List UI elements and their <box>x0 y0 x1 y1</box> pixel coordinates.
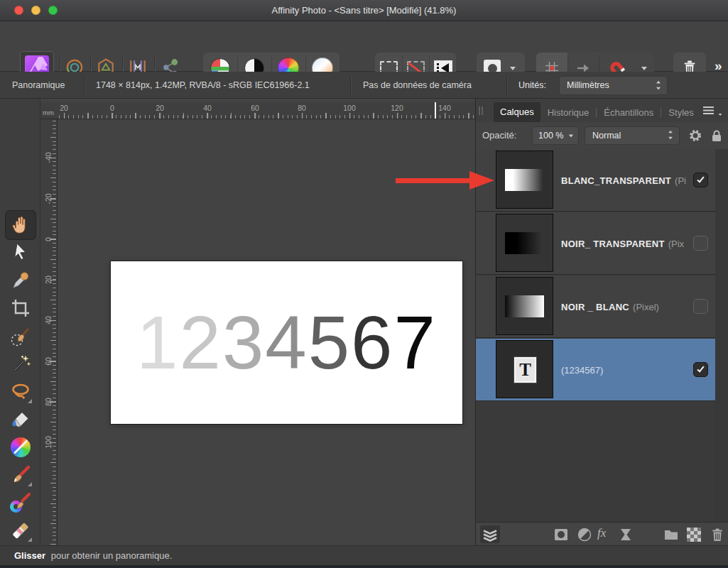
move-tool[interactable] <box>9 241 33 265</box>
cursor-icon <box>9 241 33 265</box>
selection-brush-tool[interactable] <box>9 324 33 349</box>
layer-thumbnail[interactable]: T <box>496 340 553 398</box>
stepper-down-icon <box>656 87 661 90</box>
window-bottom-edge <box>0 565 728 568</box>
layer-label: NOIR_ TRANSPARENT (Pix <box>561 212 684 275</box>
digit: 5 <box>308 300 351 386</box>
layer-name: (1234567) <box>561 365 603 376</box>
selection-brush-icon <box>9 324 33 349</box>
flood-select-tool[interactable] <box>9 352 33 376</box>
ruler-label: 60 <box>251 104 259 112</box>
new-adjustment-layer-button[interactable] <box>577 527 592 542</box>
vertical-ruler[interactable]: -40 -20 0 20 40 60 80 100 <box>40 119 58 545</box>
canvas-page[interactable]: 1 2 3 4 5 6 7 <box>111 261 462 424</box>
layer-settings-button[interactable] <box>688 129 702 143</box>
status-action: Glisser <box>14 550 45 561</box>
chevron-down-icon[interactable] <box>641 67 647 70</box>
colour-replacement-brush-tool[interactable] <box>9 491 33 515</box>
status-bar: Glisser pour obtenir un panoramique. <box>0 545 728 565</box>
layer-list-scroll-gutter[interactable] <box>715 149 728 522</box>
units-dropdown[interactable]: Millimètres <box>559 76 668 95</box>
new-pixel-layer-button[interactable] <box>687 528 701 542</box>
layer-thumbnail[interactable] <box>496 214 553 272</box>
black-white-gradient-preview <box>505 295 544 317</box>
status-hint: pour obtenir un panoramique. <box>51 550 173 561</box>
horizontal-ruler[interactable]: 20 0 20 40 60 80 100 120 140 <box>58 102 475 119</box>
freehand-selection-tool[interactable] <box>9 380 33 404</box>
divider <box>661 108 661 117</box>
eyedropper-icon <box>9 268 33 293</box>
ruler-major-tick <box>50 239 56 240</box>
check-icon <box>697 175 704 183</box>
layer-row-noir-blanc[interactable]: NOIR _ BLANC (Pixel) <box>476 275 715 338</box>
tab-historique[interactable]: Historique <box>548 107 590 118</box>
layer-thumbnail[interactable] <box>496 151 553 209</box>
chevron-down-icon <box>569 135 573 138</box>
layer-row-noir-transparent[interactable]: NOIR_ TRANSPARENT (Pix <box>476 212 715 275</box>
gradient-tool[interactable] <box>9 435 33 459</box>
paint-brush-tool[interactable] <box>9 463 33 487</box>
panel-grip-icon[interactable] <box>479 106 480 115</box>
layer-row-text-1234567[interactable]: T (1234567) <box>476 339 715 401</box>
minimize-button[interactable] <box>31 6 40 15</box>
layer-effects-button[interactable]: fx <box>597 526 606 540</box>
blend-mode-dropdown[interactable]: Normal <box>585 126 680 145</box>
visibility-checkbox[interactable] <box>693 362 708 377</box>
lock-icon[interactable] <box>710 129 724 143</box>
layers-panel: Calques Historique Échantillons Styles O… <box>475 99 728 545</box>
panel-tab-bar: Calques Historique Échantillons Styles <box>476 99 728 122</box>
ruler-label: 20 <box>156 104 164 112</box>
ruler-corner: mm <box>40 102 58 119</box>
opacity-value: 100 % <box>538 127 563 144</box>
units-value: Millimètres <box>567 77 609 94</box>
layer-row-blanc-transparent[interactable]: BLANC_TRANSPARENT (Pi <box>476 149 715 212</box>
layer-type: (Pixel) <box>633 302 659 312</box>
divider <box>350 76 351 94</box>
crop-tool[interactable] <box>9 296 33 320</box>
layer-thumbnail[interactable] <box>496 277 553 335</box>
new-mask-layer-button[interactable] <box>553 527 569 542</box>
ruler-major-tick <box>50 402 56 403</box>
hand-icon <box>9 213 33 237</box>
visibility-checkbox[interactable] <box>693 173 708 187</box>
ruler-unit-label: mm <box>43 109 54 116</box>
close-button[interactable] <box>14 6 23 15</box>
ruler-major-tick <box>50 280 56 280</box>
flood-fill-tool[interactable] <box>9 408 33 432</box>
tab-styles[interactable]: Styles <box>668 107 693 118</box>
visibility-checkbox[interactable] <box>693 236 708 251</box>
view-pan-tool[interactable] <box>9 213 33 237</box>
tab-echantillons[interactable]: Échantillons <box>604 107 653 118</box>
stepper-up-icon <box>656 81 661 84</box>
new-live-filter-button[interactable] <box>618 527 634 542</box>
text-layer-icon: T <box>514 357 536 383</box>
arrange-layers-button[interactable] <box>480 525 500 543</box>
layer-options-row: Opacité: 100 % Normal <box>476 122 728 149</box>
ruler-major-tick <box>50 199 56 200</box>
divider <box>506 76 507 94</box>
delete-layer-button[interactable] <box>710 527 725 542</box>
colour-picker-tool[interactable] <box>9 268 33 293</box>
canvas-text: 1 2 3 4 5 6 7 <box>111 261 462 424</box>
document-info: 1748 × 814px, 1.42MP, RVBA/8 - sRGB IEC6… <box>96 72 310 99</box>
ruler-label: 20 <box>60 104 68 112</box>
ruler-label: 100 <box>343 104 356 112</box>
annotation-arrow-shaft <box>396 178 471 183</box>
layer-type: (Pi <box>675 175 686 186</box>
hamburger-icon <box>703 106 714 108</box>
black-gradient-preview <box>505 232 544 254</box>
canvas-viewport[interactable]: mm 20 0 20 40 60 80 100 120 140 -40 -20 … <box>40 99 475 545</box>
chevron-down-icon[interactable] <box>510 67 516 70</box>
visibility-checkbox[interactable] <box>693 299 708 314</box>
ruler-major-tick <box>50 361 56 362</box>
check-icon <box>697 365 704 373</box>
panel-menu-button[interactable] <box>703 106 714 108</box>
cursor-position-marker <box>435 102 436 119</box>
panel-grip-icon[interactable] <box>482 106 483 115</box>
opacity-dropdown[interactable]: 100 % <box>532 126 579 145</box>
tab-calques[interactable]: Calques <box>494 102 540 122</box>
zoom-button[interactable] <box>48 6 58 15</box>
erase-brush-tool[interactable] <box>9 518 33 542</box>
group-layers-button[interactable] <box>663 527 679 542</box>
layer-label: NOIR _ BLANC (Pixel) <box>561 275 659 338</box>
